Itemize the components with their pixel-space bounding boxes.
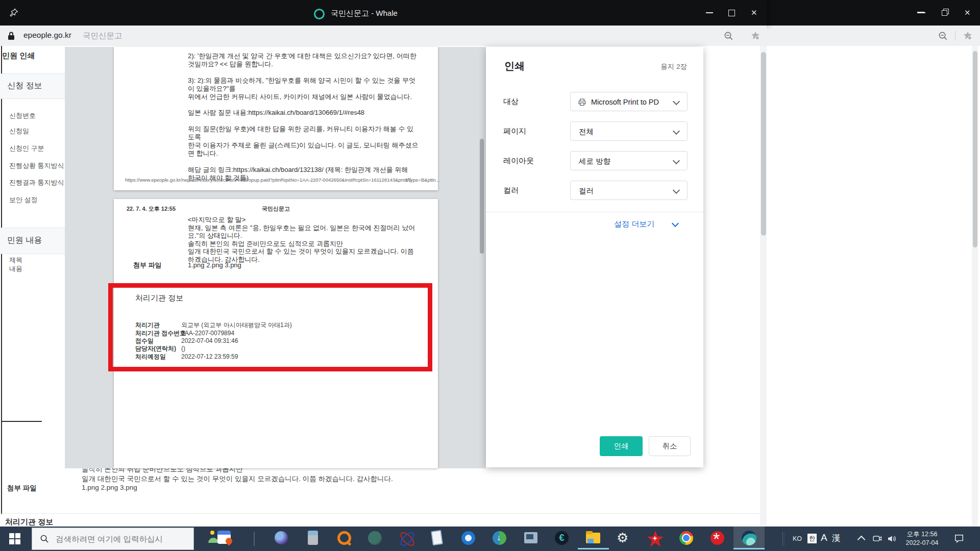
cancel-button[interactable]: 취소 <box>649 436 691 456</box>
chevron-down-icon <box>673 187 680 194</box>
taskbar-app-globe[interactable] <box>360 527 391 549</box>
preview-line: 한국 이용자가 주제로 올린 글(스레드)이 있습니다. 이 글도, 모니터링 … <box>188 141 433 149</box>
idm-arrow-icon: ↓ <box>497 533 501 542</box>
preview-footer-page-number: 1/2 <box>405 177 411 183</box>
preview-line: 일개 대한민국 국민으로서 할 수 있는 것이 무엇이 있을지 모르겠습니다. … <box>188 247 433 256</box>
print-dialog: 인쇄 용지 2장 대상 Microsoft Print to PD 페이지 전체… <box>486 47 703 467</box>
widget-sun-icon <box>210 531 214 535</box>
urlbar-domain[interactable]: epeople.go.kr <box>23 31 71 40</box>
printer-icon <box>577 97 587 107</box>
layout-label: 레이아웃 <box>503 156 534 166</box>
taskbar-app-editor[interactable] <box>516 527 547 549</box>
start-button[interactable] <box>0 527 30 551</box>
tray-volume-icon[interactable] <box>887 534 897 544</box>
zoom-out-icon[interactable] <box>938 31 948 41</box>
sidebar-item-subject: 제목 <box>9 256 22 265</box>
divider <box>0 513 760 514</box>
whale-logo-icon <box>314 9 325 19</box>
taskbar-app-file-explorer[interactable] <box>578 527 609 549</box>
chrome-icon <box>682 534 691 542</box>
layout-value: 세로 방향 <box>579 152 610 171</box>
tray-ime-hangul[interactable]: 한 <box>807 534 817 543</box>
close-button[interactable]: ✕ <box>751 9 757 16</box>
taskbar-app-currency-tool[interactable]: € <box>547 527 578 549</box>
file-explorer-icon <box>586 531 593 534</box>
taskbar-app-disc-burner[interactable] <box>266 527 298 549</box>
destination-select[interactable]: Microsoft Print to PD <box>570 92 688 111</box>
taskbar-app-search-tool[interactable] <box>329 527 360 549</box>
preview-attachment-files: 1.png 2.png 3.png <box>188 261 241 269</box>
front-urlbar[interactable]: epeople.go.kr 국민신문고 <box>0 26 767 46</box>
back-window-scrollbar[interactable] <box>972 46 978 527</box>
zoom-out-icon[interactable] <box>724 31 733 41</box>
sidebar-item-progress-notify: 진행상황 통지방식 <box>9 161 64 170</box>
taskbar-app-red-star[interactable]: + <box>640 527 671 549</box>
page-border-line <box>1 421 42 422</box>
page-title: 민원 인쇄 <box>2 51 35 61</box>
preview-page-1: 2): '한일관계 개선 및 양국 간 우호'에 대한 대책은 있으신가요? 있… <box>114 47 438 190</box>
tray-divider <box>782 532 783 546</box>
taskbar-app-chrome[interactable] <box>671 527 702 549</box>
editor-icon <box>526 534 533 539</box>
tray-ime-hanja[interactable]: 漢 <box>832 533 840 544</box>
sidebar-item-application-number: 신청번호 <box>9 111 36 120</box>
tray-chevron-up-icon[interactable] <box>857 536 866 544</box>
color-select[interactable]: 컬러 <box>570 181 688 200</box>
attachment-files[interactable]: 1.png 2.png 3.png <box>82 484 137 491</box>
back-close-button[interactable]: ✕ <box>964 9 971 16</box>
minimize-button[interactable] <box>706 12 713 13</box>
taskbar-app-calculator[interactable] <box>298 527 329 549</box>
restore-icon <box>942 10 947 16</box>
preview-scrollbar-thumb[interactable] <box>480 139 484 254</box>
blue-circle-app-icon <box>465 535 472 541</box>
section-title-complaint-content: 민원 내용 <box>7 235 42 246</box>
preview-attachment-label: 첨부 파일 <box>133 261 162 270</box>
euro-gear-icon: € <box>555 531 569 545</box>
chevron-down-icon <box>673 128 680 135</box>
pages-value: 전체 <box>579 122 594 141</box>
taskbar-search[interactable] <box>32 528 194 550</box>
window-title: 국민신문고 - Whale <box>331 9 398 18</box>
windows-logo-icon <box>15 533 20 538</box>
more-settings-link[interactable]: 설정 더보기 <box>614 219 654 229</box>
back-scrollbar-thumb[interactable] <box>973 51 977 247</box>
preview-line: 2): '한일관계 개선 및 양국 간 우호'에 대한 대책은 있으신가요? 있… <box>188 52 433 60</box>
page-bottom-line: 일개 대한민국 국민으로서 할 수 있는 것이 무엇이 있을지 모르겠습니다. … <box>82 474 393 484</box>
tray-clock[interactable]: 오후 12:56 2022-07-04 <box>901 530 943 547</box>
page-border-line <box>1 46 2 514</box>
section-title-application-info: 신청 정보 <box>7 81 42 91</box>
taskbar-app-settings[interactable]: ⚙ <box>609 527 640 549</box>
taskbar-app-blue-circle[interactable] <box>453 527 484 549</box>
preview-header-site: 국민신문고 <box>114 205 438 213</box>
back-minimize-button[interactable] <box>917 12 924 13</box>
taskbar-app-download-manager[interactable]: ↓ <box>484 527 516 549</box>
pin-icon[interactable] <box>9 8 19 17</box>
orange-magnifier-icon <box>346 540 352 546</box>
print-button[interactable]: 인쇄 <box>600 436 643 456</box>
front-scrollbar-thumb[interactable] <box>761 52 766 236</box>
bookmark-whale-star-icon[interactable] <box>963 31 973 41</box>
dialog-title: 인쇄 <box>504 59 525 73</box>
tray-ime-alpha[interactable]: A <box>821 532 827 543</box>
preview-line: 도록 <box>188 133 433 141</box>
taskbar-app-red-asterisk[interactable]: * <box>702 527 733 549</box>
tray-capture-icon[interactable] <box>872 534 883 544</box>
maximize-button[interactable] <box>728 10 735 16</box>
taskbar-app-atom[interactable] <box>391 527 422 549</box>
news-widget-button[interactable] <box>208 530 237 548</box>
taskbar-app-notepad[interactable] <box>422 527 453 549</box>
bookmark-whale-star-icon[interactable] <box>750 31 761 41</box>
front-window-scrollbar[interactable] <box>760 46 767 527</box>
preview-line: 솔직히 본인의 취업 준비만으로도 심적으로 괴롭지만 <box>188 240 433 248</box>
front-window-titlebar: 국민신문고 - Whale ✕ <box>0 0 767 26</box>
layout-select[interactable]: 세로 방향 <box>570 151 688 170</box>
pages-label: 페이지 <box>503 127 526 136</box>
notification-center-icon[interactable] <box>953 534 965 544</box>
tray-ime-lang[interactable]: KO <box>793 535 802 542</box>
notepad-icon <box>431 530 443 546</box>
taskbar-app-whale-browser-active[interactable] <box>733 527 765 549</box>
pages-select[interactable]: 전체 <box>570 121 688 141</box>
preview-line <box>188 101 433 109</box>
tray-date: 2022-07-04 <box>901 539 943 547</box>
search-input[interactable] <box>55 531 189 547</box>
